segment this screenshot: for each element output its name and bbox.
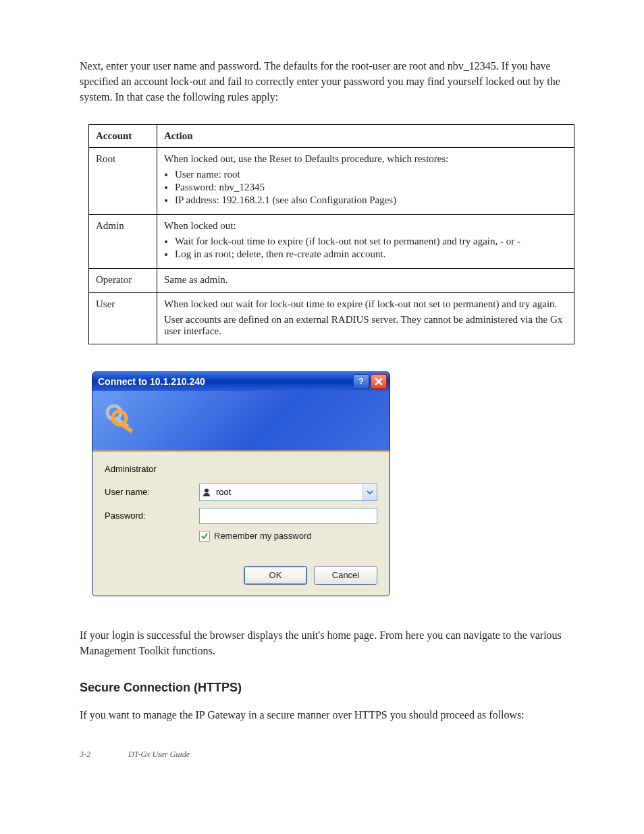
cancel-button[interactable]: Cancel	[314, 566, 377, 585]
table-row: User When locked out wait for lock-out t…	[89, 292, 574, 344]
footer-text: DT-Gx User Guide	[128, 750, 583, 760]
row-intro: When locked out, use the Reset to Defaul…	[164, 153, 567, 165]
username-label: User name:	[105, 487, 199, 497]
help-button[interactable]: ?	[353, 374, 369, 389]
row-action: Same as admin.	[157, 268, 574, 292]
role-label: Administrator	[105, 464, 377, 474]
svg-point-4	[205, 488, 209, 492]
row-action: When locked out, use the Reset to Defaul…	[157, 147, 574, 214]
close-button[interactable]	[371, 374, 387, 389]
row-account: User	[89, 292, 157, 344]
table-header-account: Account	[89, 124, 157, 147]
page-number: 3-2	[80, 750, 128, 760]
row-intro: When locked out wait for lock-out time t…	[164, 298, 567, 310]
after-p1: If your login is successful the browser …	[80, 627, 583, 658]
user-icon	[200, 488, 213, 497]
auth-dialog: Connect to 10.1.210.240 ? Administrator	[92, 371, 390, 596]
row-account: Admin	[89, 214, 157, 268]
row-action: When locked out: Wait for lock-out time …	[157, 214, 574, 268]
password-label: Password:	[105, 511, 199, 521]
remember-row[interactable]: Remember my password	[199, 531, 377, 542]
table-header-action: Action	[157, 124, 574, 147]
bullet: Wait for lock-out time to expire (if loc…	[175, 236, 567, 247]
checkmark-icon	[200, 532, 209, 540]
dialog-titlebar: Connect to 10.1.210.240 ?	[92, 372, 390, 391]
username-combo[interactable]	[199, 484, 377, 501]
username-dropdown-button[interactable]	[363, 484, 377, 500]
table-row: Operator Same as admin.	[89, 268, 574, 292]
remember-checkbox[interactable]	[199, 531, 210, 542]
after-p2: If you want to manage the IP Gateway in …	[80, 707, 583, 723]
keys-icon	[101, 400, 138, 441]
dialog-title: Connect to 10.1.210.240	[98, 376, 352, 387]
remember-label: Remember my password	[214, 531, 312, 541]
dialog-banner	[92, 391, 390, 452]
help-icon: ?	[358, 376, 364, 386]
page-footer: 3-2 DT-Gx User Guide	[80, 750, 583, 760]
password-input[interactable]	[199, 508, 377, 524]
ok-button[interactable]: OK	[244, 566, 307, 585]
bullet: Password: nbv_12345	[175, 182, 567, 193]
intro-paragraph: Next, enter your user name and password.…	[80, 58, 583, 105]
table-row: Admin When locked out: Wait for lock-out…	[89, 214, 574, 268]
row-account: Root	[89, 147, 157, 214]
bullet: IP address: 192.168.2.1 (see also Config…	[175, 194, 567, 206]
lockout-table: Account Action Root When locked out, use…	[88, 124, 574, 344]
row-intro2: User accounts are defined on an external…	[164, 314, 567, 337]
table-row: Root When locked out, use the Reset to D…	[89, 147, 574, 214]
bullet: User name: root	[175, 169, 567, 180]
https-heading: Secure Connection (HTTPS)	[80, 679, 583, 696]
close-icon	[375, 377, 383, 386]
bullet: Log in as root; delete, then re-create a…	[175, 249, 567, 260]
row-account: Operator	[89, 268, 157, 292]
username-input[interactable]	[213, 487, 363, 497]
row-intro: When locked out:	[164, 220, 567, 232]
chevron-down-icon	[367, 489, 373, 496]
row-action: When locked out wait for lock-out time t…	[157, 292, 574, 344]
